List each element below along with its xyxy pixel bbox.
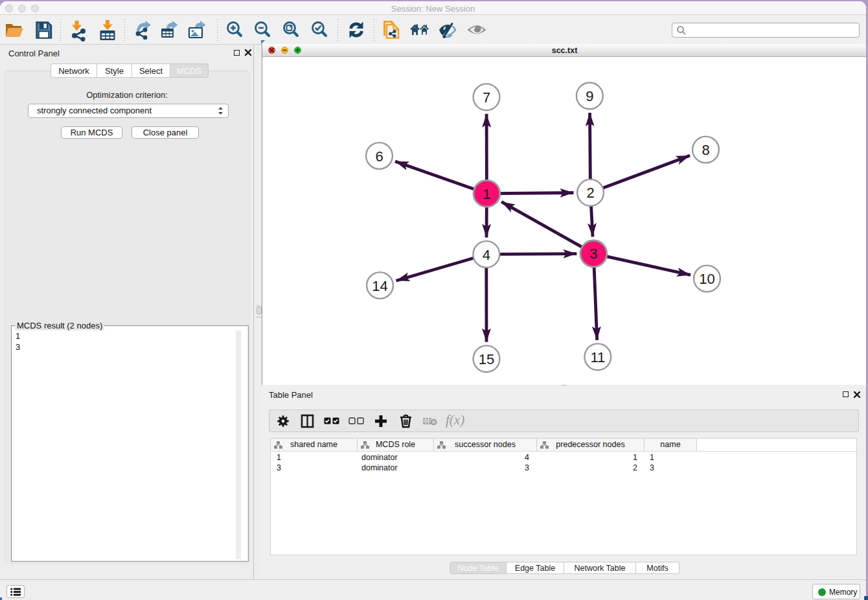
svg-text:1: 1	[483, 186, 490, 202]
svg-text:15: 15	[479, 351, 494, 367]
svg-text:11: 11	[590, 349, 605, 365]
svg-text:4: 4	[483, 247, 490, 263]
svg-text:14: 14	[372, 278, 387, 294]
svg-text:10: 10	[699, 271, 714, 287]
svg-text:7: 7	[483, 89, 490, 106]
svg-text:3: 3	[589, 246, 597, 262]
svg-text:2: 2	[586, 185, 594, 201]
svg-text:6: 6	[375, 148, 383, 165]
svg-text:9: 9	[586, 88, 593, 104]
svg-text:8: 8	[702, 142, 709, 158]
